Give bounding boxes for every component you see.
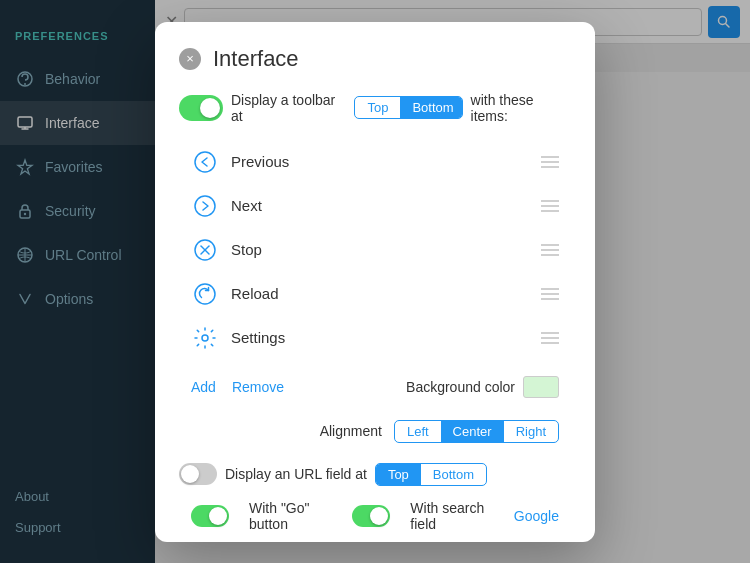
svg-point-10 (195, 152, 215, 172)
align-left-button[interactable]: Left (395, 421, 441, 442)
alignment-segmented: Left Center Right (394, 420, 559, 443)
svg-point-16 (202, 335, 208, 341)
toolbar-items-list: Previous Next (179, 140, 571, 360)
search-toggle-knob (370, 507, 388, 525)
drag-handle-previous (541, 156, 559, 168)
google-link[interactable]: Google (514, 508, 559, 524)
modal-close-button[interactable]: × (179, 48, 201, 70)
align-right-button[interactable]: Right (504, 421, 558, 442)
reload-icon (191, 280, 219, 308)
align-center-button[interactable]: Center (441, 421, 504, 442)
modal-header: × Interface (179, 46, 571, 72)
toolbar-display-label: Display a toolbar at (231, 92, 346, 124)
interface-modal: × Interface Display a toolbar at Top Bot… (155, 22, 595, 542)
remove-button[interactable]: Remove (232, 379, 284, 395)
add-remove-row: Add Remove Background color (179, 372, 571, 402)
bg-color-label: Background color (406, 379, 515, 395)
reload-label: Reload (231, 285, 529, 302)
previous-label: Previous (231, 153, 529, 170)
previous-icon (191, 148, 219, 176)
url-field-row: Display an URL field at Top Bottom (179, 463, 571, 486)
modal-overlay: × Interface Display a toolbar at Top Bot… (0, 0, 750, 563)
go-button-toggle[interactable] (191, 505, 229, 527)
stop-icon (191, 236, 219, 264)
search-field-label: With search field (410, 500, 493, 532)
go-search-row: With "Go" button With search field Googl… (179, 498, 571, 534)
toolbar-item-stop[interactable]: Stop (179, 228, 571, 272)
settings-label: Settings (231, 329, 529, 346)
svg-point-15 (195, 284, 215, 304)
toolbar-toggle[interactable] (179, 95, 223, 121)
toolbar-position-segmented: Top Bottom (354, 96, 462, 119)
modal-title: Interface (213, 46, 299, 72)
toolbar-top-button[interactable]: Top (355, 97, 400, 118)
next-label: Next (231, 197, 529, 214)
url-top-button[interactable]: Top (376, 464, 421, 485)
alignment-label: Alignment (320, 423, 382, 439)
settings-icon (191, 324, 219, 352)
next-icon (191, 192, 219, 220)
stop-label: Stop (231, 241, 529, 258)
drag-handle-settings (541, 332, 559, 344)
url-display-label: Display an URL field at (225, 466, 367, 482)
search-field-toggle[interactable] (352, 505, 390, 527)
toolbar-item-previous[interactable]: Previous (179, 140, 571, 184)
toolbar-toggle-knob (200, 98, 220, 118)
url-field-toggle[interactable] (179, 463, 217, 485)
toolbar-item-settings[interactable]: Settings (179, 316, 571, 360)
alignment-row: Alignment Left Center Right (179, 416, 571, 447)
drag-handle-next (541, 200, 559, 212)
url-bottom-button[interactable]: Bottom (421, 464, 486, 485)
toolbar-bottom-button[interactable]: Bottom (400, 97, 462, 118)
drag-handle-stop (541, 244, 559, 256)
url-position-segmented: Top Bottom (375, 463, 487, 486)
svg-point-11 (195, 196, 215, 216)
toolbar-display-row: Display a toolbar at Top Bottom with the… (179, 92, 571, 124)
toolbar-items-label: with these items: (471, 92, 571, 124)
add-button[interactable]: Add (191, 379, 216, 395)
go-toggle-knob (209, 507, 227, 525)
url-toggle-knob (181, 465, 199, 483)
toolbar-item-reload[interactable]: Reload (179, 272, 571, 316)
toolbar-item-next[interactable]: Next (179, 184, 571, 228)
go-button-label: With "Go" button (249, 500, 332, 532)
bg-color-group: Background color (406, 376, 559, 398)
drag-handle-reload (541, 288, 559, 300)
bg-color-swatch[interactable] (523, 376, 559, 398)
